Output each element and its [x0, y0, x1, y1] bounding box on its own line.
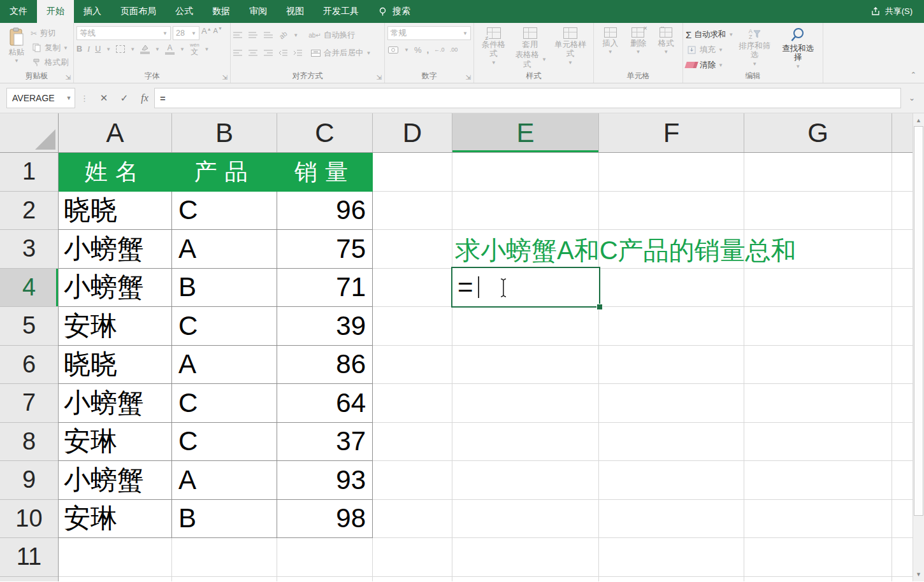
delete-cells-button[interactable]: × 删除 ▼ — [627, 26, 649, 57]
format-painter-button[interactable]: 格式刷 — [31, 55, 69, 69]
format-cells-button[interactable]: ↔ 格式 ▼ — [655, 26, 677, 57]
formula-bar-resizer[interactable]: ⋮ — [75, 94, 94, 103]
cell-a3[interactable]: 小螃蟹 — [59, 230, 172, 269]
decrease-font-button[interactable]: A▼ — [213, 26, 222, 40]
cut-button[interactable]: ✂ 剪切 — [31, 26, 69, 40]
column-header-f[interactable]: F — [599, 113, 744, 152]
column-header-c[interactable]: C — [277, 113, 373, 152]
format-as-table-button[interactable]: 套用 表格格式▼ — [510, 26, 550, 70]
orientation-button[interactable]: ab — [278, 29, 289, 40]
cell-a10[interactable]: 安琳 — [59, 500, 172, 539]
cell-b4[interactable]: B — [172, 269, 277, 308]
cell-c6[interactable]: 86 — [277, 346, 373, 385]
number-dialog-launcher[interactable]: ⇲ — [466, 75, 471, 81]
column-header-g[interactable]: G — [744, 113, 892, 152]
tab-developer[interactable]: 开发工具 — [314, 0, 368, 23]
find-select-button[interactable]: 查找和选择 ▼ — [776, 26, 820, 71]
accounting-format-icon[interactable] — [387, 44, 399, 55]
scrollbar-thumb[interactable] — [914, 126, 923, 516]
cell-c5[interactable]: 39 — [277, 307, 373, 346]
share-button[interactable]: 共享(S) — [858, 0, 924, 23]
cell-c3[interactable]: 75 — [277, 230, 373, 269]
autosum-button[interactable]: Σ 自动求和 ▼ — [686, 27, 733, 41]
align-center-icon[interactable] — [249, 50, 257, 56]
cell-a5[interactable]: 安琳 — [59, 307, 172, 346]
tab-data[interactable]: 数据 — [203, 0, 240, 23]
tab-insert[interactable]: 插入 — [74, 0, 111, 23]
italic-button[interactable]: I — [87, 45, 90, 54]
row-header-5[interactable]: 5 — [0, 307, 58, 346]
fill-handle[interactable] — [596, 304, 603, 310]
row-header-11[interactable]: 11 — [0, 538, 58, 577]
row-header-8[interactable]: 8 — [0, 423, 58, 462]
cell-grid[interactable]: 姓名 产品 销量 晓晓 C 96 小螃蟹 A 75 小螃蟹 B 71 安琳 C — [59, 153, 913, 581]
cell-a2[interactable]: 晓晓 — [59, 192, 172, 231]
collapse-ribbon-icon[interactable]: ⌃ — [911, 71, 916, 79]
increase-decimal-button[interactable]: ←.0 — [434, 46, 445, 53]
header-cell-product[interactable]: 产品 — [172, 153, 277, 192]
tab-review[interactable]: 审阅 — [240, 0, 277, 23]
column-header-e[interactable]: E — [452, 113, 599, 152]
font-size-combo[interactable]: 28 ▼ — [173, 26, 199, 40]
number-format-combo[interactable]: 常规 ▼ — [387, 26, 471, 40]
expand-formula-bar-icon[interactable]: ⌄ — [904, 90, 920, 106]
insert-cells-button[interactable]: 插入 ▼ — [599, 26, 621, 57]
row-header-7[interactable]: 7 — [0, 384, 58, 423]
fill-button[interactable]: 填充 ▼ — [686, 43, 733, 57]
tab-page-layout[interactable]: 页面布局 — [111, 0, 166, 23]
active-cell-e4[interactable]: = — [451, 267, 600, 308]
cell-a7[interactable]: 小螃蟹 — [59, 384, 172, 423]
font-color-button[interactable]: A — [165, 44, 175, 55]
annotation-text[interactable]: 求小螃蟹A和C产品的销量总和 — [455, 233, 797, 268]
name-box[interactable]: AVERAGE ▼ — [6, 88, 75, 108]
cell-c2[interactable]: 96 — [277, 192, 373, 231]
header-cell-name[interactable]: 姓名 — [59, 153, 172, 192]
borders-button[interactable] — [116, 45, 125, 53]
wrap-text-button[interactable]: ab↵ 自动换行 — [308, 28, 356, 42]
enter-button[interactable]: ✓ — [115, 89, 134, 108]
row-header-2[interactable]: 2 — [0, 192, 58, 231]
cell-b9[interactable]: A — [172, 461, 277, 500]
insert-function-button[interactable]: fx — [135, 89, 154, 108]
comma-style-button[interactable]: , — [426, 45, 429, 55]
cell-b10[interactable]: B — [172, 500, 277, 539]
cell-b2[interactable]: C — [172, 192, 277, 231]
align-bottom-icon[interactable] — [264, 32, 273, 38]
align-right-icon[interactable] — [264, 50, 273, 56]
clipboard-dialog-launcher[interactable]: ⇲ — [66, 75, 71, 81]
cell-c8[interactable]: 37 — [277, 423, 373, 462]
fill-color-button[interactable] — [140, 45, 150, 54]
paste-button[interactable]: 粘贴 ▼ — [3, 26, 31, 66]
scroll-up-icon[interactable]: ▲ — [913, 115, 924, 126]
decrease-indent-icon[interactable] — [279, 50, 287, 56]
conditional-formatting-button[interactable]: ≠ 条件格式 ▼ — [477, 26, 510, 67]
clear-button[interactable]: 清除 ▼ — [686, 58, 733, 72]
sort-filter-button[interactable]: AZ 排序和筛选 ▼ — [733, 26, 776, 68]
column-header-d[interactable]: D — [373, 113, 452, 152]
merge-center-button[interactable]: 合并后居中 ▼ — [310, 46, 371, 60]
cell-b6[interactable]: A — [172, 346, 277, 385]
tab-formulas[interactable]: 公式 — [166, 0, 203, 23]
cell-c7[interactable]: 64 — [277, 384, 373, 423]
column-header-a[interactable]: A — [59, 113, 172, 152]
cell-c10[interactable]: 98 — [277, 500, 373, 539]
tab-file[interactable]: 文件 — [0, 0, 37, 23]
cell-c9[interactable]: 93 — [277, 461, 373, 500]
cell-b5[interactable]: C — [172, 307, 277, 346]
align-left-icon[interactable] — [233, 50, 242, 56]
increase-indent-icon[interactable] — [294, 50, 302, 56]
cell-b7[interactable]: C — [172, 384, 277, 423]
font-family-combo[interactable]: 等线 ▼ — [76, 26, 171, 40]
cell-a8[interactable]: 安琳 — [59, 423, 172, 462]
align-middle-icon[interactable] — [249, 32, 257, 38]
percent-style-button[interactable]: % — [414, 45, 422, 55]
row-header-10[interactable]: 10 — [0, 500, 58, 539]
font-dialog-launcher[interactable]: ⇲ — [222, 75, 227, 81]
row-header-3[interactable]: 3 — [0, 230, 58, 269]
bold-button[interactable]: B — [76, 45, 82, 53]
formula-input[interactable]: = — [154, 88, 901, 108]
copy-button[interactable]: 复制 ▼ — [31, 41, 69, 55]
increase-font-button[interactable]: A▲ — [201, 26, 212, 40]
cancel-button[interactable]: ✕ — [94, 89, 113, 108]
underline-button[interactable]: U — [95, 45, 101, 53]
